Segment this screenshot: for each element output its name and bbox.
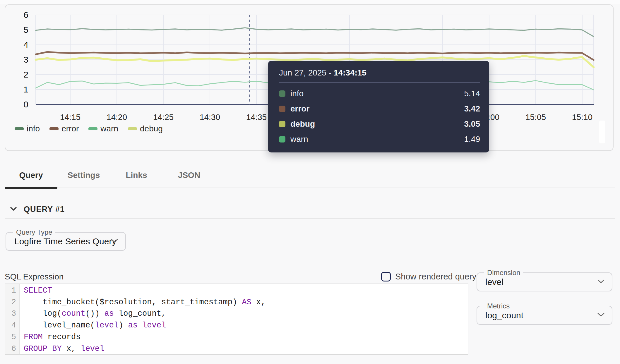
legend-swatch-warn <box>88 127 97 130</box>
x-axis-label: 15:10 <box>572 113 592 122</box>
tab-links[interactable]: Links <box>110 166 163 184</box>
y-axis-label: 3 <box>23 55 28 64</box>
query-type-label: Query Type <box>13 228 55 236</box>
x-axis-label: 14:35 <box>246 113 267 122</box>
tooltip-swatch-info <box>279 90 285 97</box>
x-axis-label: 14:30 <box>200 113 220 122</box>
legend-item-error[interactable]: error <box>49 124 79 133</box>
code-line: time_bucket($resolution, start_timestamp… <box>24 297 266 308</box>
scrollbar-thumb[interactable] <box>599 121 605 143</box>
series-line-info <box>36 28 594 37</box>
tooltip-series-value: 3.05 <box>464 119 480 129</box>
legend-swatch-info <box>15 127 24 130</box>
x-axis-label: 14:15 <box>60 113 81 122</box>
tooltip-time: 14:34:15 <box>334 68 366 77</box>
code-line: level_name(level) as level <box>24 320 266 332</box>
section-divider <box>5 218 615 219</box>
y-axis-label: 4 <box>23 40 28 49</box>
sql-code[interactable]: SELECT time_bucket($resolution, start_ti… <box>20 284 266 354</box>
dimension-label: Dimension <box>484 269 523 277</box>
show-rendered-checkbox[interactable] <box>381 272 391 281</box>
line-number: 3 <box>5 308 16 320</box>
legend-item-warn[interactable]: warn <box>88 124 118 133</box>
show-rendered-label: Show rendered query <box>395 272 476 281</box>
chart-legend: infoerrorwarndebug <box>15 124 163 133</box>
tab-query[interactable]: Query <box>5 166 57 184</box>
tooltip-series-label: error <box>290 104 309 114</box>
tab-divider <box>5 188 615 188</box>
show-rendered-query: Show rendered query <box>381 272 476 281</box>
legend-label: debug <box>140 124 163 133</box>
dimension-value: level <box>485 277 503 287</box>
tooltip-row-error: error3.42 <box>279 101 480 116</box>
chevron-down-icon <box>597 279 605 285</box>
line-number: 1 <box>5 285 16 297</box>
tooltip-timestamp: Jun 27, 2025 - 14:34:15 <box>279 61 480 78</box>
metrics-select[interactable]: Metrics log_count <box>477 306 612 325</box>
y-axis-label: 1 <box>23 85 28 94</box>
tooltip-series-value: 1.49 <box>464 135 480 144</box>
x-axis-label: 14:25 <box>153 113 174 122</box>
tooltip-divider <box>279 82 480 83</box>
query-section-title: QUERY #1 <box>24 205 65 214</box>
chevron-down-icon[interactable] <box>10 207 17 212</box>
y-axis-label: 6 <box>23 10 28 20</box>
chevron-down-icon <box>597 313 605 318</box>
legend-item-info[interactable]: info <box>15 124 40 133</box>
line-number: 4 <box>5 320 16 332</box>
line-number: 2 <box>5 297 16 308</box>
legend-label: info <box>27 124 40 133</box>
tooltip-swatch-error <box>279 106 285 112</box>
code-line: log(count()) as log_count, <box>24 308 266 320</box>
tooltip-row-warn: warn1.49 <box>279 132 480 147</box>
line-number: 5 <box>5 332 16 343</box>
y-axis-label: 5 <box>23 25 28 35</box>
tooltip-series-value: 5.14 <box>464 89 480 98</box>
tab-json[interactable]: JSON <box>163 166 215 184</box>
sql-editor[interactable]: 123456 SELECT time_bucket($resolution, s… <box>5 284 468 355</box>
tooltip-series-label: warn <box>290 135 308 144</box>
legend-swatch-debug <box>128 127 137 130</box>
query-section-header[interactable]: QUERY #1 <box>10 205 65 214</box>
x-axis-label: 15:05 <box>525 113 546 122</box>
tooltip-swatch-warn <box>279 136 285 142</box>
query-type-select[interactable]: Query Type Logfire Time Series Query <box>6 232 126 251</box>
legend-swatch-error <box>49 127 59 130</box>
metrics-label: Metrics <box>484 302 513 310</box>
tooltip-date: Jun 27, 2025 - <box>279 68 334 77</box>
tab-bar: QuerySettingsLinksJSON <box>5 166 215 184</box>
active-tab-underline <box>5 187 57 189</box>
query-type-value: Logfire Time Series Query <box>14 236 116 246</box>
tooltip-rows: info5.14error3.42debug3.05warn1.49 <box>279 86 480 147</box>
chart-tooltip: Jun 27, 2025 - 14:34:15 info5.14error3.4… <box>268 61 489 152</box>
line-numbers: 123456 <box>5 284 20 354</box>
x-axis-label: 14:20 <box>107 113 127 122</box>
metrics-value: log_count <box>485 310 523 320</box>
code-line: SELECT <box>24 285 266 297</box>
code-line: FROM records <box>24 332 266 343</box>
tooltip-series-value: 3.42 <box>464 104 480 114</box>
line-number: 6 <box>5 343 16 355</box>
legend-label: warn <box>100 124 118 133</box>
tooltip-series-label: debug <box>290 119 315 129</box>
dimension-select[interactable]: Dimension level <box>477 272 612 291</box>
legend-label: error <box>61 124 79 133</box>
y-axis-label: 2 <box>23 70 28 79</box>
tooltip-series-label: info <box>290 89 304 98</box>
tooltip-swatch-debug <box>279 121 285 127</box>
tooltip-row-info: info5.14 <box>279 86 480 101</box>
code-line: GROUP BY x, level <box>24 343 266 355</box>
chevron-down-icon <box>111 238 118 244</box>
tooltip-row-debug: debug3.05 <box>279 116 480 132</box>
y-axis-label: 0 <box>23 99 28 109</box>
legend-item-debug[interactable]: debug <box>128 124 163 133</box>
tab-settings[interactable]: Settings <box>57 166 110 184</box>
sql-expression-label: SQL Expression <box>5 272 64 281</box>
